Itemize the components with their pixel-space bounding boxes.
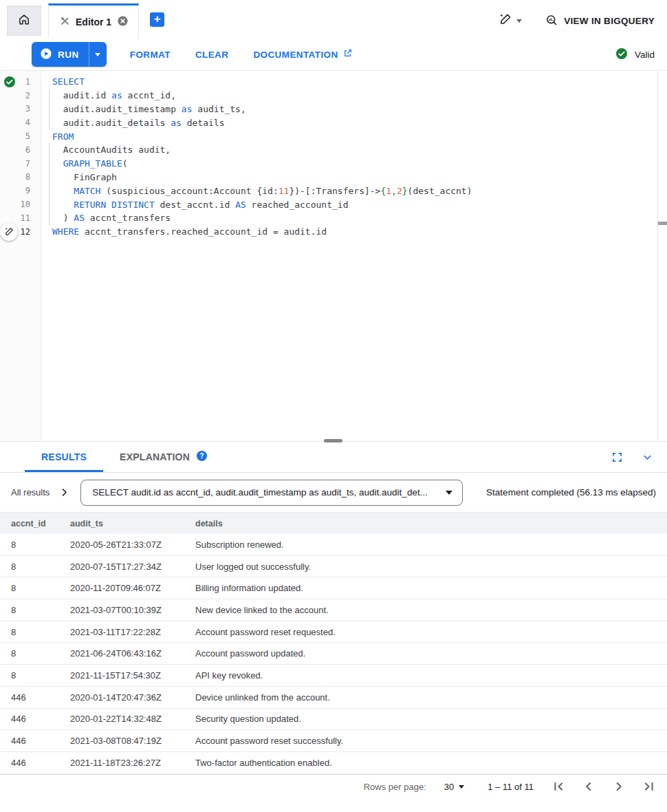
line-number: 3 [19, 104, 41, 114]
code-line[interactable]: 5FROM [0, 129, 667, 143]
line-number: 2 [19, 91, 41, 100]
next-page-icon[interactable] [611, 778, 627, 795]
code-text: audit.audit_timestamp as audit_ts, [41, 104, 246, 114]
new-tab-button[interactable]: + [150, 12, 164, 27]
tab-results[interactable]: RESULTS [25, 442, 103, 472]
code-line[interactable]: 6 AccountAudits audit, [0, 143, 667, 157]
table-row: 82020-05-26T21:33:07ZSubscription renewe… [0, 534, 667, 556]
tab-explanation[interactable]: EXPLANATION ? [103, 442, 224, 472]
tab-editor-1[interactable]: Editor 1 [48, 3, 139, 39]
code-text: audit.id as accnt_id, [41, 90, 176, 100]
home-tab[interactable] [7, 6, 41, 36]
rows-per-page-select[interactable]: 30 [444, 782, 464, 792]
table-cell: New device linked to the account. [184, 599, 667, 621]
table-cell: Account password reset successfully. [184, 730, 667, 751]
chevron-right-icon[interactable] [59, 487, 69, 498]
table-cell: 2020-11-20T09:46:07Z [59, 577, 184, 599]
table-cell: 2021-11-15T17:54:30Z [59, 665, 184, 686]
line-number: 1 [19, 77, 41, 87]
table-cell: Account password reset requested. [184, 621, 667, 643]
code-lines: 1SELECT2 audit.id as accnt_id,3 audit.au… [0, 71, 667, 239]
table-cell: 2021-03-08T08:47:19Z [59, 730, 184, 751]
results-tab-label: RESULTS [41, 451, 87, 462]
external-link-icon [343, 49, 352, 60]
code-line[interactable]: 3 audit.audit_timestamp as audit_ts, [0, 103, 667, 116]
column-header: accnt_id [0, 513, 59, 534]
code-text: WHERE accnt_transfers.reached_account_id… [41, 226, 327, 237]
table-header-row: accnt_idaudit_tsdetails [0, 512, 667, 534]
table-cell: 2021-03-07T00:10:39Z [59, 599, 184, 621]
rows-per-page-value: 30 [444, 782, 454, 792]
sql-editor[interactable]: 1SELECT2 audit.id as accnt_id,3 audit.au… [0, 71, 667, 441]
query-selector-dropdown[interactable]: SELECT audit.id as accnt_id, audit.audit… [80, 480, 463, 506]
table-row: 82021-03-07T00:10:39ZNew device linked t… [0, 599, 667, 621]
tab-label: Editor 1 [76, 17, 111, 28]
play-icon [40, 47, 52, 62]
table-cell: User logged out successfully. [184, 556, 667, 577]
table-body: 82020-05-26T21:33:07ZSubscription renewe… [0, 534, 667, 774]
code-line[interactable]: 1SELECT [0, 75, 667, 89]
table-cell: 8 [0, 621, 59, 643]
line-number: 5 [19, 131, 41, 141]
table-cell: Account password updated. [184, 643, 667, 664]
documentation-link[interactable]: DOCUMENTATION [253, 49, 351, 60]
table-cell: Subscription renewed. [184, 534, 667, 555]
line-number: 11 [19, 213, 41, 223]
line-number: 9 [19, 186, 41, 195]
table-cell: API key revoked. [184, 665, 667, 686]
table-cell: 2020-01-14T20:47:36Z [59, 687, 184, 708]
valid-check-icon [615, 47, 628, 62]
documentation-label: DOCUMENTATION [253, 50, 338, 60]
run-options-button[interactable] [89, 42, 107, 67]
magic-pen-menu-button[interactable] [499, 13, 522, 29]
format-button[interactable]: FORMAT [130, 50, 171, 60]
code-line[interactable]: 2 audit.id as accnt_id, [0, 89, 667, 103]
code-line[interactable]: 10 RETURN DISTINCT dest_accnt.id AS reac… [0, 197, 667, 211]
code-line[interactable]: 4 audit.audit_details as details [0, 116, 667, 129]
home-icon [17, 12, 31, 29]
results-resize-handle[interactable] [324, 439, 342, 442]
rows-per-page-label: Rows per page: [364, 782, 426, 792]
code-line[interactable]: 7 GRAPH_TABLE( [0, 157, 667, 171]
clear-button[interactable]: CLEAR [195, 50, 229, 60]
table-cell: Security question updated. [184, 709, 667, 730]
fullscreen-icon[interactable] [611, 451, 623, 463]
results-tab-bar: RESULTS EXPLANATION ? [0, 442, 667, 473]
code-line[interactable]: 9 MATCH (suspicious_account:Account {id:… [0, 184, 667, 197]
table-cell: 446 [0, 730, 59, 751]
query-toolbar: RUN FORMAT CLEAR DOCUMENTATION Valid [0, 39, 667, 71]
run-button[interactable]: RUN [32, 42, 107, 67]
editor-scrollbar-track [657, 71, 658, 441]
code-line[interactable]: 11 ) AS accnt_transfers [0, 211, 667, 225]
table-cell: 8 [0, 665, 59, 686]
editor-scrollbar-thumb[interactable] [658, 222, 667, 225]
first-page-icon[interactable] [550, 778, 567, 795]
table-cell: 446 [0, 752, 59, 773]
collapse-panel-icon[interactable] [642, 451, 653, 463]
table-cell: Device unlinked from the account. [184, 687, 667, 708]
line-number: 8 [19, 172, 41, 182]
help-icon[interactable]: ? [196, 450, 208, 464]
table-cell: 8 [0, 643, 59, 664]
code-text: FinGraph [41, 172, 117, 182]
run-label: RUN [58, 50, 79, 60]
code-text: AccountAudits audit, [41, 145, 171, 155]
table-cell: 2020-05-26T21:33:07Z [59, 534, 184, 555]
close-tab-icon[interactable] [117, 15, 129, 30]
chevron-down-icon [95, 53, 100, 56]
dropdown-caret-icon [446, 491, 452, 495]
view-in-bigquery-button[interactable]: VIEW IN BIGQUERY [545, 14, 655, 29]
table-row: 82021-11-15T17:54:30ZAPI key revoked. [0, 665, 667, 687]
last-page-icon[interactable] [641, 778, 657, 795]
previous-page-icon[interactable] [580, 778, 597, 795]
results-table: accnt_idaudit_tsdetails 82020-05-26T21:3… [0, 512, 667, 774]
table-row: 82020-11-20T09:46:07ZBilling information… [0, 577, 667, 599]
code-text: FROM [41, 131, 74, 142]
all-results-label: All results [11, 487, 50, 498]
table-row: 82021-06-24T06:43:16ZAccount password up… [0, 643, 667, 665]
code-line[interactable]: 8 FinGraph [0, 171, 667, 184]
magic-pen-icon[interactable] [0, 223, 19, 241]
valid-check-icon [0, 76, 19, 88]
code-line[interactable]: 12WHERE accnt_transfers.reached_account_… [0, 225, 667, 239]
line-number: 12 [19, 227, 41, 237]
